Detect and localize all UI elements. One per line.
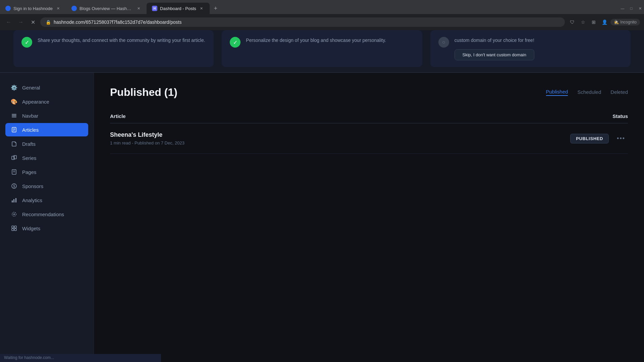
tab-close-dashboard[interactable]: ✕	[199, 6, 204, 11]
table-header: Article Status	[110, 109, 628, 123]
svg-rect-20	[14, 226, 16, 228]
filter-tab-scheduled[interactable]: Scheduled	[577, 89, 601, 96]
banner-card-design: ✓ Personalize the design of your blog an…	[222, 30, 422, 67]
series-icon	[11, 155, 17, 161]
table-row: Sheena's Lifestyle 1 min read - Publishe…	[110, 123, 628, 154]
sidebar-item-widgets[interactable]: Widgets	[5, 222, 88, 235]
sidebar-item-general[interactable]: ⚙️ General	[5, 81, 88, 94]
tab-bar: Sign in to Hashnode ✕ Blogs Overview — H…	[0, 0, 644, 14]
sidebar-item-appearance[interactable]: 🎨 Appearance	[5, 95, 88, 108]
banner-card-text-design: Personalize the design of your blog and …	[246, 37, 386, 44]
sidebar-item-pages[interactable]: Pages	[5, 165, 88, 179]
check-icon-design: ✓	[230, 37, 240, 48]
address-text: hashnode.com/6571258037f7fa8c152d7d7e/da…	[54, 19, 181, 25]
incognito-label: Incognito	[620, 20, 637, 24]
page-wrapper: ✓ Share your thoughts, and connect with …	[0, 30, 644, 362]
sidebar-item-series[interactable]: Series	[5, 151, 88, 165]
banner-card-domain: ○ custom domain of your choice for free!…	[430, 30, 631, 67]
refresh-button[interactable]: ✕	[28, 17, 38, 27]
article-title: Sheena's Lifestyle	[110, 131, 184, 138]
sidebar-item-navbar[interactable]: Navbar	[5, 109, 88, 122]
filter-tab-published[interactable]: Published	[546, 89, 568, 96]
forward-button[interactable]: →	[16, 17, 25, 27]
tab-close-signin[interactable]: ✕	[55, 6, 61, 11]
extensions-icon[interactable]: ⊞	[589, 17, 598, 27]
sidebar-label-general: General	[22, 85, 40, 90]
articles-icon	[11, 126, 17, 133]
sidebar-item-analytics[interactable]: Analytics	[5, 193, 88, 207]
sidebar-label-sponsors: Sponsors	[22, 183, 43, 189]
tab-blogs[interactable]: Blogs Overview — Hashnode ✕	[66, 3, 147, 14]
tab-favicon-dashboard: H	[152, 6, 157, 11]
profile-icon[interactable]: 👤	[600, 17, 609, 27]
status-badge: PUBLISHED	[570, 134, 609, 143]
tab-dashboard[interactable]: H Dashboard - Posts ✕	[147, 3, 210, 14]
sidebar-item-recommendations[interactable]: Recommendations	[5, 207, 88, 221]
articles-table: Article Status Sheena's Lifestyle 1 min …	[110, 109, 628, 154]
incognito-icon: 🕵	[614, 20, 619, 24]
sidebar-item-sponsors[interactable]: $ Sponsors	[5, 179, 88, 193]
posts-header: Published (1) Published Scheduled Delete…	[110, 86, 628, 99]
analytics-icon	[11, 197, 17, 203]
sidebar-item-articles[interactable]: Articles	[5, 123, 88, 136]
new-tab-button[interactable]: +	[211, 4, 220, 13]
browser-chrome: Sign in to Hashnode ✕ Blogs Overview — H…	[0, 0, 644, 30]
tab-favicon-signin	[5, 6, 11, 11]
svg-rect-14	[12, 200, 13, 202]
svg-rect-2	[12, 117, 16, 117]
tab-favicon-blogs	[71, 6, 77, 11]
tab-signin[interactable]: Sign in to Hashnode ✕	[0, 3, 66, 14]
svg-rect-1	[12, 115, 16, 116]
sidebar-label-widgets: Widgets	[22, 226, 40, 231]
banner-cards: ✓ Share your thoughts, and connect with …	[13, 30, 631, 67]
bookmark-icon[interactable]: ☆	[578, 17, 588, 27]
privacy-icon[interactable]: 🛡	[568, 17, 577, 27]
general-icon: ⚙️	[11, 84, 17, 91]
svg-rect-21	[12, 229, 14, 231]
recommendations-icon	[11, 211, 17, 218]
tab-label-signin: Sign in to Hashnode	[13, 6, 53, 11]
tab-label-blogs: Blogs Overview — Hashnode	[79, 6, 133, 11]
col-article: Article	[110, 113, 126, 119]
tab-close-blogs[interactable]: ✕	[136, 6, 141, 11]
sidebar-label-articles: Articles	[22, 127, 39, 133]
banner-card-write: ✓ Share your thoughts, and connect with …	[13, 30, 214, 67]
address-bar[interactable]: 🔒 hashnode.com/6571258037f7fa8c152d7d7e/…	[40, 17, 565, 27]
banner-card-text-write: Share your thoughts, and connect with th…	[38, 37, 205, 44]
sidebar-label-navbar: Navbar	[22, 113, 38, 119]
more-options-button[interactable]: •••	[614, 134, 628, 143]
window-controls: — □ ✕	[619, 4, 644, 12]
sidebar-label-pages: Pages	[22, 169, 37, 175]
sidebar-item-drafts[interactable]: Drafts	[5, 137, 88, 150]
sidebar-label-recommendations: Recommendations	[22, 212, 64, 217]
svg-point-18	[13, 214, 15, 215]
minimize-button[interactable]: —	[619, 4, 627, 12]
sidebar: ⚙️ General 🎨 Appearance Navbar	[0, 73, 94, 362]
filter-tab-deleted[interactable]: Deleted	[610, 89, 628, 96]
sidebar-label-analytics: Analytics	[22, 197, 42, 203]
svg-rect-15	[13, 199, 14, 202]
check-icon-domain: ○	[438, 37, 449, 48]
back-button[interactable]: ←	[4, 17, 13, 27]
check-icon-write: ✓	[21, 37, 32, 48]
drafts-icon	[11, 140, 17, 147]
filter-tabs: Published Scheduled Deleted	[546, 89, 628, 96]
svg-rect-19	[12, 226, 14, 228]
close-button[interactable]: ✕	[636, 4, 644, 12]
status-bar: Waiting for hashnode.com...	[0, 354, 161, 362]
top-banner: ✓ Share your thoughts, and connect with …	[0, 30, 644, 73]
skip-domain-button[interactable]: Skip, I don't want custom domain	[454, 49, 534, 60]
sidebar-label-appearance: Appearance	[22, 99, 49, 105]
address-bar-row: ← → ✕ 🔒 hashnode.com/6571258037f7fa8c152…	[0, 14, 644, 30]
lock-icon: 🔒	[46, 20, 51, 25]
table-row-right: PUBLISHED •••	[570, 134, 628, 143]
article-meta: 1 min read - Published on 7 Dec, 2023	[110, 140, 184, 145]
svg-rect-22	[14, 229, 16, 231]
main-layout: ⚙️ General 🎨 Appearance Navbar	[0, 73, 644, 362]
banner-card-text-domain: custom domain of your choice for free!	[454, 37, 534, 44]
navbar-icon	[11, 112, 17, 119]
sidebar-label-drafts: Drafts	[22, 141, 36, 147]
sponsors-icon: $	[11, 183, 17, 189]
tab-label-dashboard: Dashboard - Posts	[160, 6, 196, 11]
maximize-button[interactable]: □	[627, 4, 635, 12]
